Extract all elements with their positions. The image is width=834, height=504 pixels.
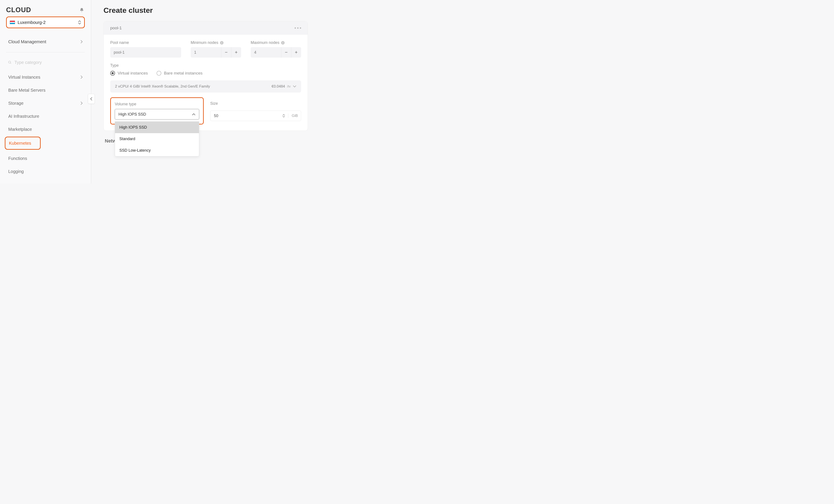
field-label: Volume type [115,102,199,107]
max-nodes-increment[interactable]: + [291,47,301,58]
sidebar-item-label: Storage [8,101,23,106]
chevron-down-icon [282,116,285,117]
category-search-input[interactable] [14,60,83,65]
pool-card-header: pool-1 [104,21,308,35]
sidebar-item-kubernetes[interactable]: Kubernetes [5,137,41,150]
type-radio-bare-metal[interactable]: Bare metal instances [156,71,202,76]
sidebar-item-label: Kubernetes [9,141,31,146]
sidebar-item-ai-infra[interactable]: AI Infrastructure [6,110,85,123]
sidebar-item-logging[interactable]: Logging [6,165,85,178]
type-section-label: Type [110,63,301,68]
size-unit: GiB [288,114,298,118]
brand-title: CLOUD [6,6,31,14]
radio-icon [110,71,115,76]
volume-option-ssd-low-latency[interactable]: SSD Low-Latency [115,145,199,156]
sidebar-item-label: Functions [8,156,27,161]
select-arrows-icon [78,20,81,24]
chevron-left-icon [90,97,92,100]
svg-point-0 [8,61,10,63]
min-nodes-stepper[interactable]: − + [191,47,241,58]
sidebar-item-label: Cloud Management [8,39,46,44]
max-nodes-input[interactable] [251,47,281,58]
type-radio-virtual[interactable]: Virtual instances [110,71,148,76]
sidebar: CLOUD Luxembourg-2 Cloud Management Virt [0,0,91,184]
chevron-up-icon [192,113,195,116]
pool-header-name: pool-1 [110,26,122,30]
field-label: Maximum nodes [251,40,279,45]
min-nodes-input[interactable] [191,47,221,58]
region-label: Luxembourg-2 [18,20,78,25]
flag-luxembourg-icon [10,21,15,24]
notifications-bell-icon[interactable] [79,7,85,13]
pool-card: pool-1 Pool name Minimum nodes i [104,21,308,131]
sidebar-item-storage[interactable]: Storage [6,97,85,110]
chevron-down-icon [293,85,297,88]
page-title: Create cluster [104,6,308,15]
region-selector[interactable]: Luxembourg-2 [6,17,85,28]
volume-type-value: High IOPS SSD [118,112,146,117]
chevron-right-icon [81,40,83,43]
sidebar-item-label: Logging [8,169,24,174]
category-search[interactable] [6,57,85,68]
volume-type-field: Volume type High IOPS SSD High IOPS SSD … [110,97,204,124]
radio-label: Bare metal instances [164,71,202,76]
hardware-spec: 2 vCPU/ 4 GiB/ Intel® Xeon® Scalable, 2n… [115,84,210,89]
info-icon[interactable]: i [281,41,285,45]
field-label: Size [210,101,301,106]
min-nodes-increment[interactable]: + [231,47,241,58]
sidebar-item-label: Marketplace [8,127,32,132]
hardware-price: €0.0484 [271,84,285,89]
pool-more-menu[interactable] [294,27,301,29]
min-nodes-decrement[interactable]: − [221,47,231,58]
main-content: Create cluster pool-1 Pool name Minimum … [91,0,320,184]
sidebar-item-bare-metal[interactable]: Bare Metal Servers [6,84,85,97]
divider [6,52,85,52]
info-icon[interactable]: i [220,41,223,45]
max-nodes-stepper[interactable]: − + [251,47,301,58]
radio-label: Virtual instances [118,71,148,76]
max-nodes-field: Maximum nodes i − + [251,40,301,58]
volume-option-standard[interactable]: Standard [115,133,199,145]
sidebar-item-virtual-instances[interactable]: Virtual Instances [6,71,85,84]
volume-type-select[interactable]: High IOPS SSD [115,109,199,119]
size-spinner[interactable] [282,114,285,117]
pool-name-input[interactable] [110,47,181,58]
volume-type-dropdown: High IOPS SSD Standard SSD Low-Latency [115,121,199,156]
sidebar-item-label: AI Infrastructure [8,114,39,119]
field-label: Pool name [110,40,181,45]
sidebar-item-cloud-management[interactable]: Cloud Management [6,36,85,47]
chevron-right-icon [81,101,83,105]
hardware-price-per: /hr [287,85,291,88]
sidebar-item-label: Bare Metal Servers [8,88,45,93]
max-nodes-decrement[interactable]: − [281,47,291,58]
min-nodes-field: Minimum nodes i − + [191,40,241,58]
sidebar-nav: Virtual Instances Bare Metal Servers Sto… [6,71,85,178]
sidebar-item-label: Virtual Instances [8,75,40,80]
radio-icon [156,71,161,76]
pool-name-field: Pool name [110,40,181,58]
sidebar-item-functions[interactable]: Functions [6,152,85,165]
search-icon [8,60,12,65]
chevron-right-icon [81,75,83,79]
sidebar-item-marketplace[interactable]: Marketplace [6,123,85,136]
chevron-up-icon [282,114,285,116]
collapse-sidebar-button[interactable] [88,94,95,104]
field-label: Minimum nodes [191,40,218,45]
volume-option-high-iops[interactable]: High IOPS SSD [115,122,199,133]
size-input[interactable] [214,114,282,118]
size-field: Size GiB [210,97,301,124]
hardware-row[interactable]: 2 vCPU/ 4 GiB/ Intel® Xeon® Scalable, 2n… [110,81,301,93]
